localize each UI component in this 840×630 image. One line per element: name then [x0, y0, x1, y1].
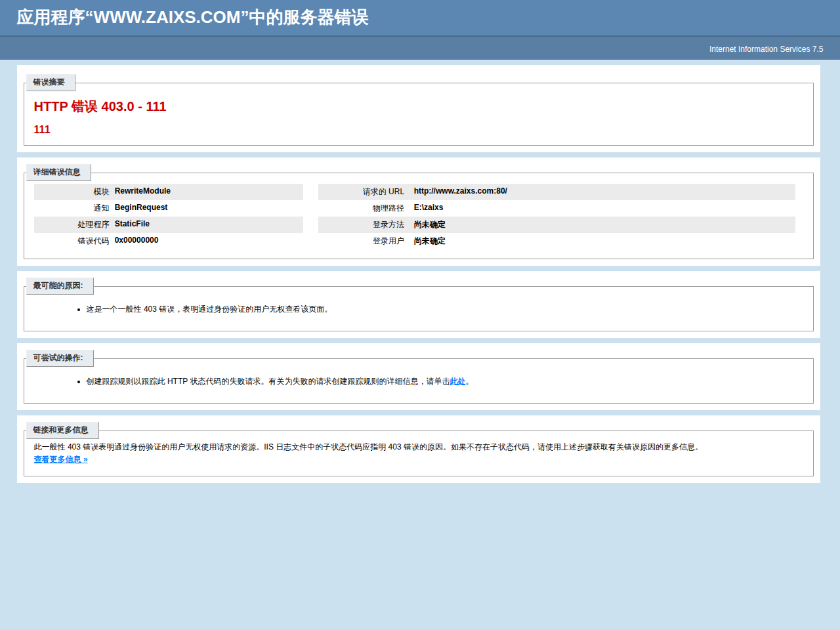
- server-version-bar: Internet Information Services 7.5: [0, 35, 840, 60]
- list-item-text: 创建跟踪规则以跟踪此 HTTP 状态代码的失败请求。有关为失败的请求创建跟踪规则…: [87, 377, 450, 386]
- table-row: 通知 BeginRequest: [34, 200, 303, 217]
- row-label: 处理程序: [34, 217, 115, 233]
- row-value: RewriteModule: [115, 184, 303, 200]
- row-label: 登录用户: [318, 233, 413, 249]
- details-left-column: 模块 RewriteModule 通知 BeginRequest 处理程序 St…: [34, 181, 303, 252]
- more-info-link-line: 查看更多信息 »: [34, 454, 803, 465]
- view-more-info-link[interactable]: 查看更多信息 »: [34, 455, 88, 464]
- likely-causes-panel: 最可能的原因: 这是一个一般性 403 错误，表明通过身份验证的用户无权查看该页…: [17, 271, 820, 338]
- more-info-legend: 链接和更多信息: [26, 422, 99, 439]
- row-value: StaticFile: [115, 217, 303, 233]
- row-label: 物理路径: [318, 200, 413, 217]
- row-label: 模块: [34, 184, 115, 200]
- header-bar: 应用程序“WWW.ZAIXS.COM”中的服务器错误: [0, 0, 840, 35]
- detailed-error-fieldset: 详细错误信息 模块 RewriteModule 通知 BeginRequest: [24, 164, 814, 259]
- row-value: 尚未确定: [414, 233, 795, 249]
- row-value: 0x00000000: [115, 233, 303, 249]
- error-subtitle: 111: [34, 124, 803, 136]
- table-row: 请求的 URL http://www.zaixs.com:80/: [318, 184, 795, 200]
- more-info-text: 此一般性 403 错误表明通过身份验证的用户无权使用请求的资源。IIS 日志文件…: [34, 442, 803, 453]
- row-label: 请求的 URL: [318, 184, 413, 200]
- row-value: http://www.zaixs.com:80/: [414, 184, 795, 200]
- row-value: E:\zaixs: [414, 200, 795, 217]
- likely-causes-legend: 最可能的原因:: [26, 278, 94, 295]
- details-columns: 模块 RewriteModule 通知 BeginRequest 处理程序 St…: [34, 181, 803, 252]
- table-row: 登录方法 尚未确定: [318, 217, 795, 233]
- detailed-error-panel: 详细错误信息 模块 RewriteModule 通知 BeginRequest: [17, 158, 820, 266]
- table-row: 物理路径 E:\zaixs: [318, 200, 795, 217]
- details-right-table: 请求的 URL http://www.zaixs.com:80/ 物理路径 E:…: [318, 184, 795, 249]
- table-row: 处理程序 StaticFile: [34, 217, 303, 233]
- error-title: HTTP 错误 403.0 - 111: [34, 98, 803, 116]
- things-to-try-legend: 可尝试的操作:: [26, 350, 94, 367]
- row-value: 尚未确定: [414, 217, 795, 233]
- row-label: 登录方法: [318, 217, 413, 233]
- details-left-table: 模块 RewriteModule 通知 BeginRequest 处理程序 St…: [34, 184, 303, 249]
- things-to-try-list: 创建跟踪规则以跟踪此 HTTP 状态代码的失败请求。有关为失败的请求创建跟踪规则…: [60, 376, 803, 387]
- likely-causes-list: 这是一个一般性 403 错误，表明通过身份验证的用户无权查看该页面。: [60, 304, 803, 315]
- list-item-suffix: 。: [465, 377, 473, 386]
- error-summary-panel: 错误摘要 HTTP 错误 403.0 - 111 111: [17, 65, 820, 152]
- things-to-try-fieldset: 可尝试的操作: 创建跟踪规则以跟踪此 HTTP 状态代码的失败请求。有关为失败的…: [24, 350, 814, 404]
- details-right-column: 请求的 URL http://www.zaixs.com:80/ 物理路径 E:…: [318, 181, 795, 252]
- more-info-fieldset: 链接和更多信息 此一般性 403 错误表明通过身份验证的用户无权使用请求的资源。…: [24, 422, 814, 476]
- more-info-panel: 链接和更多信息 此一般性 403 错误表明通过身份验证的用户无权使用请求的资源。…: [17, 415, 820, 483]
- things-to-try-panel: 可尝试的操作: 创建跟踪规则以跟踪此 HTTP 状态代码的失败请求。有关为失败的…: [17, 343, 820, 410]
- list-item: 这是一个一般性 403 错误，表明通过身份验证的用户无权查看该页面。: [87, 304, 803, 315]
- table-row: 错误代码 0x00000000: [34, 233, 303, 249]
- row-label: 通知: [34, 200, 115, 217]
- table-row: 登录用户 尚未确定: [318, 233, 795, 249]
- table-row: 模块 RewriteModule: [34, 184, 303, 200]
- error-summary-legend: 错误摘要: [26, 74, 75, 91]
- row-value: BeginRequest: [115, 200, 303, 217]
- here-link[interactable]: 此处: [450, 377, 465, 386]
- server-version-label: Internet Information Services 7.5: [709, 45, 823, 54]
- error-summary-fieldset: 错误摘要 HTTP 错误 403.0 - 111 111: [24, 74, 814, 146]
- list-item: 创建跟踪规则以跟踪此 HTTP 状态代码的失败请求。有关为失败的请求创建跟踪规则…: [87, 376, 803, 387]
- content-area: 错误摘要 HTTP 错误 403.0 - 111 111 详细错误信息 模块 R…: [17, 65, 840, 483]
- page-title: 应用程序“WWW.ZAIXS.COM”中的服务器错误: [17, 6, 824, 29]
- row-label: 错误代码: [34, 233, 115, 249]
- likely-causes-fieldset: 最可能的原因: 这是一个一般性 403 错误，表明通过身份验证的用户无权查看该页…: [24, 278, 814, 331]
- detailed-error-legend: 详细错误信息: [26, 164, 91, 181]
